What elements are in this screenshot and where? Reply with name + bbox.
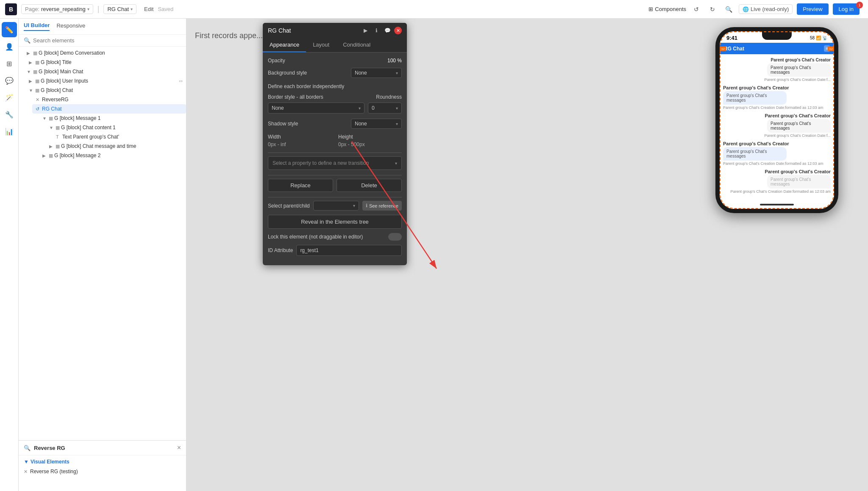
play-icon[interactable]: ▶: [361, 26, 370, 35]
tree-item-rg-chat[interactable]: ↺ RG Chat: [32, 104, 186, 114]
tree-item-chat-msg-time[interactable]: ▶ ▦ G [block] Chat message and time: [46, 141, 186, 151]
wand-icon[interactable]: 🪄: [2, 90, 17, 105]
refresh-icon[interactable]: ↺: [690, 3, 702, 15]
tree-item-user-inputs[interactable]: ▶ ▦ G [block] User Inputs ⇔: [25, 76, 186, 86]
blocks-icon[interactable]: ⊞: [2, 56, 17, 71]
info-icon[interactable]: ℹ: [372, 26, 381, 35]
bottom-panel-item[interactable]: ✕ Reverse RG (testing): [24, 467, 181, 476]
tree-item-msg1[interactable]: ▼ ▦ G [block] Message 1: [39, 114, 186, 123]
chat-row-3: Parent group's Chat's Creator Parent gro…: [723, 113, 831, 138]
element-tree: UI Builder Responsive 🔍 ▶ ▦ G [block] De…: [19, 19, 186, 491]
bottom-panel-header: 🔍 Reverse RG ×: [19, 441, 186, 455]
border-none-select[interactable]: None ▾: [268, 103, 364, 114]
tab-conditional[interactable]: Conditional: [336, 38, 377, 52]
action-buttons: Replace Delete: [268, 179, 402, 192]
lock-toggle[interactable]: [388, 233, 402, 241]
id-input[interactable]: [296, 245, 402, 256]
modal-close-icon[interactable]: ✕: [394, 27, 402, 34]
visual-elements-title[interactable]: ▼ Visual Elements: [24, 459, 181, 465]
chat-bubble-1: Parent group's Chat's messages: [767, 63, 831, 77]
pencil-icon[interactable]: ✏️: [2, 22, 17, 37]
chevron-icon: ▼: [49, 125, 54, 130]
tree-label: G [block] Chat message and time: [61, 143, 136, 149]
border-style-header: Border style - all borders Roundness: [268, 94, 402, 100]
chat-creator-3: Parent group's Chat's Creator: [765, 113, 831, 118]
tab-layout[interactable]: Layout: [306, 38, 336, 52]
tree-item-title[interactable]: ▶ ▦ G [block] Title: [25, 58, 186, 67]
chevron-down-icon: ▾: [359, 106, 361, 111]
live-readonly-btn[interactable]: 🌐 Live (read-only): [739, 4, 793, 14]
tree-item-msg2[interactable]: ▶ ▦ G [block] Message 2: [39, 151, 186, 160]
tree-item-main-chat[interactable]: ▼ ▦ G [block] Main Chat: [19, 67, 186, 76]
chat-date-5: Parent group's Chat's Creation Date:form…: [730, 189, 831, 194]
height-label: Height: [338, 134, 402, 140]
login-button[interactable]: Log in: [833, 3, 860, 15]
chevron-down-icon: ▾: [395, 161, 397, 166]
delete-button[interactable]: Delete: [337, 179, 402, 192]
tab-responsive[interactable]: Responsive: [56, 22, 85, 31]
width-group: Width 0px - inf: [268, 134, 331, 147]
border-indep-label: Define each border independently: [268, 83, 344, 89]
tree-item-demo-conversation[interactable]: ▶ ▦ G [block] Demo Conversation: [19, 48, 186, 58]
bottom-panel-close[interactable]: ×: [177, 444, 181, 452]
width-value: 0px - inf: [268, 141, 331, 147]
chevron-icon: ▶: [29, 79, 34, 83]
grid-icon: ⊞: [648, 6, 653, 12]
search-input[interactable]: [33, 37, 181, 44]
x-icon: ✕: [36, 97, 41, 103]
replace-button[interactable]: Replace: [268, 179, 333, 192]
chevron-down-icon: ▾: [396, 71, 398, 75]
components-label: Components: [655, 6, 686, 12]
shadow-select[interactable]: None ▾: [351, 119, 402, 129]
chat-creator-4: Parent group's Chat's Creator: [723, 141, 789, 146]
tools-icon[interactable]: 🔧: [2, 107, 17, 122]
transition-select[interactable]: Select a property to define a new transi…: [268, 156, 402, 170]
person-icon[interactable]: 👤: [2, 39, 17, 54]
modal-body: Opacity 100 % Background style None ▾ De…: [263, 53, 407, 265]
preview-button[interactable]: Preview: [797, 3, 828, 15]
chat-row-5: Parent group's Chat's Creator Parent gro…: [723, 169, 831, 194]
group-icon: ▦: [33, 69, 37, 75]
page-name: reverse_repeating: [41, 6, 86, 12]
bg-style-select[interactable]: None ▾: [351, 68, 402, 78]
text-type-icon: T: [56, 134, 61, 139]
tree-item-text-parent[interactable]: T Text Parent group's Chat': [53, 132, 186, 141]
divider1: [268, 153, 402, 153]
tree-label: RG Chat: [42, 106, 62, 112]
tree-item-chat-group[interactable]: ▼ ▦ G [block] Chat: [25, 86, 186, 95]
chat-creator-5: Parent group's Chat's Creator: [765, 169, 831, 174]
tree-label: G [block] Title: [41, 59, 72, 65]
tree-label: G [block] Chat content 1: [61, 125, 116, 130]
size-row: Width 0px - inf Height 0px - 500px: [268, 134, 402, 147]
tab-ui-builder[interactable]: UI Builder: [24, 22, 50, 31]
rg-chat-selector[interactable]: RG Chat ▾: [103, 4, 136, 14]
group-icon: ▦: [49, 153, 53, 158]
bottom-panel-title: Reverse RG: [34, 445, 65, 451]
tree-label: G [block] Message 2: [54, 153, 100, 158]
home-indicator: [720, 200, 834, 209]
search-icon[interactable]: 🔍: [723, 3, 734, 15]
tab-appearance[interactable]: Appearance: [263, 38, 306, 52]
parent-child-label: Select parent/child: [268, 203, 310, 209]
reveal-button[interactable]: Reveal in the Elements tree: [268, 215, 402, 229]
rg-chat-bar-label: RG Chat: [724, 46, 821, 52]
chevron-down-icon2: ▾: [131, 7, 133, 11]
chat-date-1: Parent group's Chat's Creation Date:f...: [764, 78, 831, 82]
tree-item-reverse-rg[interactable]: ✕ ReverseRG: [32, 95, 186, 104]
see-reference-badge[interactable]: ℹ See reference: [362, 201, 402, 211]
chat-icon[interactable]: 💬: [2, 73, 17, 88]
chat-date-3: Parent group's Chat's Creation Date:f...: [764, 133, 831, 138]
components-btn[interactable]: ⊞ Components: [648, 6, 686, 12]
left-margin-indicator: 32: [720, 46, 726, 51]
redo-icon[interactable]: ↻: [707, 3, 718, 15]
chart-icon[interactable]: 📊: [2, 124, 17, 139]
tree-item-chat-content-1[interactable]: ▼ ▦ G [block] Chat content 1: [46, 123, 186, 132]
page-selector[interactable]: Page: reverse_repeating ▾: [21, 4, 93, 14]
logo: B: [5, 3, 17, 15]
shadow-label: Shadow style: [268, 121, 298, 127]
comment-icon[interactable]: 💬: [383, 26, 392, 35]
chat-row-4: Parent group's Chat's Creator Parent gro…: [723, 141, 831, 166]
roundness-input[interactable]: 0 ▾: [368, 103, 402, 114]
refresh-circle-icon: ↺: [36, 106, 41, 112]
parent-child-select[interactable]: ▾: [313, 201, 359, 211]
